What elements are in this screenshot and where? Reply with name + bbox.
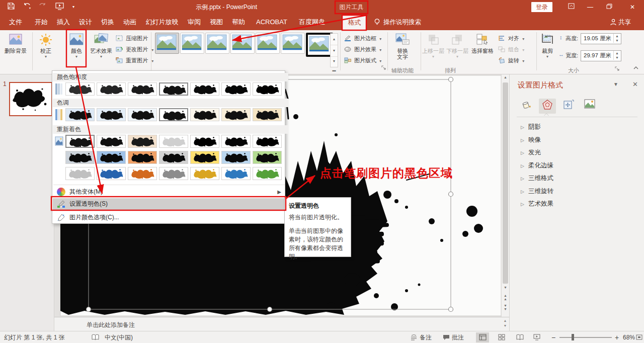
remove-background-button[interactable]: 删除背景 (2, 31, 29, 67)
picture-layout-button[interactable]: 图片版式 ▾ (344, 55, 381, 65)
slide-thumbnail[interactable] (9, 82, 52, 116)
width-input[interactable]: 29.97 厘米 ▲▼ (581, 50, 621, 61)
recolor-option-1-1[interactable] (65, 135, 95, 148)
share-button[interactable]: 共享 (618, 14, 631, 30)
saturation-option-3[interactable] (128, 82, 157, 96)
recolor-option-2-7[interactable] (253, 151, 282, 164)
panel-section-6[interactable]: ▷三维旋转 (521, 187, 553, 196)
language-indicator[interactable]: 中文(中国) (105, 331, 133, 343)
panel-section-3[interactable]: ▷发光 (521, 148, 541, 157)
picture-styles-dialog-launcher-icon[interactable] (381, 63, 386, 72)
corrections-button[interactable]: 校正 ▾ (34, 31, 57, 67)
saturation-option-6[interactable] (221, 82, 251, 96)
picture-style-7[interactable] (306, 33, 333, 57)
picture-style-3[interactable] (205, 33, 229, 54)
gallery-up-icon[interactable]: ▲ (331, 34, 338, 45)
gallery-more-icon[interactable]: ▼▬ (331, 56, 338, 67)
panel-section-2[interactable]: ▷映像 (521, 136, 541, 144)
tab-7[interactable]: 幻灯片放映 (142, 14, 182, 30)
handle-bottom-center[interactable] (268, 307, 272, 312)
more-variations-item[interactable]: 其他变体(M) ▶ (53, 186, 285, 198)
compress-picture-button[interactable]: 压缩图片 (116, 33, 148, 43)
artistic-effects-button[interactable]: 艺术效果 ▾ (89, 31, 114, 67)
notes-pane[interactable]: 单击此处添加备注 ▲▼ (54, 317, 509, 331)
recolor-option-3-4[interactable] (159, 167, 188, 180)
recolor-option-2-5[interactable] (190, 151, 219, 164)
tab-10[interactable]: 帮助 (228, 14, 249, 30)
color-button[interactable]: 颜色 ▾ (65, 31, 88, 67)
recolor-option-1-7[interactable] (253, 135, 282, 148)
recolor-option-2-3[interactable] (128, 151, 157, 164)
recolor-option-3-5[interactable] (190, 167, 219, 180)
restore-button[interactable] (601, 0, 618, 14)
notes-scrollbar[interactable]: ▲▼ (502, 318, 508, 328)
tone-option-6[interactable] (221, 108, 251, 121)
recolor-option-1-3[interactable] (128, 135, 157, 148)
slideshow-view-button[interactable] (530, 332, 543, 342)
picture-style-2[interactable] (180, 33, 204, 54)
close-button[interactable]: ✕ (624, 0, 641, 14)
notes-toggle-icon[interactable] (411, 331, 417, 343)
sign-in-button[interactable]: 登录 (531, 2, 552, 12)
undo-icon[interactable]: ▾ (22, 3, 32, 12)
tab-11[interactable]: ACROBAT (250, 14, 294, 30)
tab-format[interactable]: 格式 (343, 15, 366, 30)
saturation-option-7[interactable] (253, 82, 282, 96)
minimize-button[interactable]: — (582, 0, 599, 14)
recolor-option-3-3[interactable] (128, 167, 157, 180)
height-input[interactable]: 19.05 厘米 ▲▼ (581, 33, 621, 44)
handle-top-right[interactable] (449, 77, 453, 82)
panel-section-7[interactable]: ▷艺术效果 (521, 200, 553, 208)
tab-3[interactable]: 插入 (53, 14, 73, 30)
reading-view-button[interactable] (513, 332, 526, 342)
panel-section-5[interactable]: ▷三维格式 (521, 174, 553, 183)
tab-4[interactable]: 设计 (75, 14, 96, 30)
panel-menu-icon[interactable]: ▼ (613, 81, 618, 87)
change-picture-button[interactable]: 更改图片 ▾ (116, 44, 153, 54)
zoom-out-button[interactable]: − (551, 331, 555, 343)
canvas-scrollbar[interactable]: ▲ ▼ ▲▲ ▼▼ (501, 74, 509, 317)
alt-text-button[interactable]: 替换 文字 (389, 31, 416, 67)
ribbon-display-options-icon[interactable] (562, 0, 580, 14)
slide-sorter-view-button[interactable] (495, 332, 508, 342)
recolor-option-1-6[interactable] (221, 135, 251, 148)
recolor-option-1-4[interactable] (159, 135, 188, 148)
handle-bottom-left[interactable] (87, 307, 91, 312)
picture-style-6[interactable] (281, 33, 305, 54)
normal-view-button[interactable] (476, 332, 489, 342)
recolor-option-2-2[interactable] (97, 151, 126, 164)
panel-section-4[interactable]: ▷柔化边缘 (521, 161, 553, 170)
saturation-option-5[interactable] (190, 82, 219, 96)
picture-tab[interactable] (581, 99, 598, 114)
tab-12[interactable]: 百度网盘 (297, 14, 327, 30)
zoom-slider-track[interactable] (559, 337, 612, 338)
selection-pane-button[interactable]: 选择窗格 (470, 31, 495, 67)
recolor-option-3-1[interactable] (65, 167, 95, 180)
scroll-up-icon[interactable]: ▲ (502, 75, 509, 79)
align-button[interactable]: 对齐 ▾ (498, 33, 524, 43)
tone-option-5[interactable] (190, 108, 219, 121)
picture-border-button[interactable]: 图片边框 ▾ (344, 33, 381, 43)
size-properties-tab[interactable] (560, 99, 577, 114)
tab-5[interactable]: 切换 (98, 14, 118, 30)
fit-slide-icon[interactable] (636, 331, 642, 343)
fill-line-tab[interactable] (518, 99, 535, 114)
tone-option-7[interactable] (253, 108, 282, 121)
scroll-down-icon[interactable]: ▼ (502, 286, 509, 289)
recolor-option-2-6[interactable] (221, 151, 251, 164)
collapse-ribbon-icon[interactable] (633, 63, 639, 72)
tab-1[interactable]: 文件 (4, 14, 27, 30)
qat-customize-icon[interactable]: ▾ (68, 3, 78, 12)
picture-style-4[interactable] (230, 33, 255, 54)
comments-toggle[interactable]: 批注 (452, 331, 464, 343)
recolor-option-2-1[interactable] (65, 151, 95, 164)
save-icon[interactable] (6, 3, 16, 12)
gallery-scrollbar[interactable]: ▲ ▼ ▼▬ (330, 33, 338, 67)
width-spinner[interactable]: ▲▼ (613, 51, 620, 60)
notes-toggle[interactable]: 备注 (420, 331, 432, 343)
tab-8[interactable]: 审阅 (184, 14, 204, 30)
saturation-option-4[interactable] (159, 82, 188, 96)
handle-bottom-right[interactable] (449, 307, 453, 312)
set-transparent-color-item[interactable]: 设置透明色(S) (53, 198, 285, 210)
crop-button[interactable]: 裁剪 ▾ (537, 31, 557, 67)
